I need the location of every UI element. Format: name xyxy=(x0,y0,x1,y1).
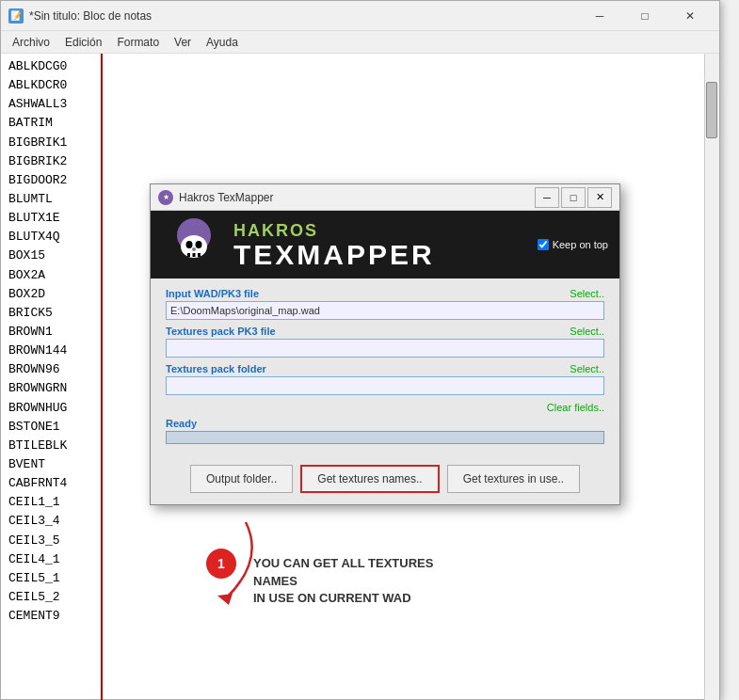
clear-fields-link[interactable]: Clear fields.. xyxy=(547,402,604,413)
dialog-header: HAKROS TEXMAPPER Keep on top xyxy=(151,211,619,278)
textures-pk3-row: Textures pack PK3 file Select.. xyxy=(166,326,604,358)
skull-logo xyxy=(166,216,222,273)
annotation-number: 1 xyxy=(217,556,225,571)
list-item: BIGDOOR2 xyxy=(8,171,93,190)
list-item: CEIL5_2 xyxy=(8,588,93,607)
list-item: BROWN144 xyxy=(8,342,93,360)
list-item: BROWNGRN xyxy=(8,379,93,398)
list-item: CEIL4_1 xyxy=(8,550,93,569)
status-row: Ready xyxy=(166,418,604,444)
notepad-content: ABLKDCG0ABLKDCR0ASHWALL3BATRIMBIGBRIK1BI… xyxy=(1,54,719,700)
list-item: CEMENT9 xyxy=(8,607,93,626)
close-button[interactable]: ✕ xyxy=(668,1,712,31)
svg-rect-6 xyxy=(193,253,196,257)
list-item: BLUMTL xyxy=(8,190,93,209)
list-item: BROWNHUG xyxy=(8,399,93,418)
svg-rect-7 xyxy=(198,253,201,257)
header-text: HAKROS TEXMAPPER xyxy=(233,221,435,269)
list-item: ABLKDCG0 xyxy=(8,57,93,76)
menu-formato[interactable]: Formato xyxy=(109,34,167,51)
keep-on-top-container: Keep on top xyxy=(538,239,608,250)
list-item: BATRIM xyxy=(8,114,93,133)
dialog-body: Input WAD/PK3 file Select.. Textures pac… xyxy=(151,278,619,457)
dialog-minimize-button[interactable]: ─ xyxy=(535,187,559,208)
status-bar xyxy=(166,431,604,444)
header-hakros-label: HAKROS xyxy=(233,221,435,241)
svg-point-3 xyxy=(196,241,202,248)
list-item: BLUTX4Q xyxy=(8,228,93,247)
textures-folder-field[interactable] xyxy=(166,376,604,395)
notepad-menubar: Archivo Edición Formato Ver Ayuda xyxy=(1,31,719,54)
notepad-titlebar: 📝 *Sin titulo: Bloc de notas ─ □ ✕ xyxy=(1,1,719,31)
menu-ver[interactable]: Ver xyxy=(167,34,199,51)
notepad-icon: 📝 xyxy=(8,8,24,24)
texmapper-dialog: ★ Hakros TexMapper ─ □ ✕ xyxy=(150,183,620,505)
menu-ayuda[interactable]: Ayuda xyxy=(199,34,246,51)
list-item: CEIL1_1 xyxy=(8,493,93,512)
input-wad-field[interactable] xyxy=(166,301,604,320)
status-label: Ready xyxy=(166,418,604,429)
menu-archivo[interactable]: Archivo xyxy=(5,34,57,51)
texmapper-icon: ★ xyxy=(158,190,173,205)
dialog-buttons: Output folder.. Get textures names.. Get… xyxy=(151,457,619,504)
svg-marker-8 xyxy=(217,594,233,605)
annotation-text: YOU CAN GET ALL TEXTURES NAMES IN USE ON… xyxy=(253,555,479,607)
svg-rect-5 xyxy=(187,253,190,257)
list-item: BOX2A xyxy=(8,266,93,285)
list-item: CEIL3_4 xyxy=(8,512,93,531)
list-item: BROWN96 xyxy=(8,360,93,379)
dialog-title: Hakros TexMapper xyxy=(179,191,535,204)
scrollbar[interactable] xyxy=(704,54,719,700)
list-item: CEIL5_1 xyxy=(8,569,93,588)
list-item: BIGBRIK2 xyxy=(8,152,93,171)
textures-folder-label: Textures pack folder xyxy=(166,363,266,374)
input-wad-row: Input WAD/PK3 file Select.. xyxy=(166,288,604,320)
scrollbar-thumb[interactable] xyxy=(706,82,717,138)
list-item: BIGBRIK1 xyxy=(8,134,93,152)
get-textures-names-button[interactable]: Get textures names.. xyxy=(300,465,439,493)
notepad-window: 📝 *Sin titulo: Bloc de notas ─ □ ✕ Archi… xyxy=(0,0,720,700)
input-wad-label: Input WAD/PK3 file xyxy=(166,288,259,299)
input-wad-select-link[interactable]: Select.. xyxy=(570,288,604,299)
list-item: BRICK5 xyxy=(8,304,93,323)
textures-pk3-label-row: Textures pack PK3 file Select.. xyxy=(166,326,604,337)
annotation-line1: YOU CAN GET ALL TEXTURES NAMES xyxy=(253,556,433,587)
clear-fields-row: Clear fields.. xyxy=(166,401,604,414)
header-texmapper-label: TEXMAPPER xyxy=(233,241,435,269)
list-item: BOX2D xyxy=(8,285,93,304)
svg-point-2 xyxy=(186,241,193,248)
text-list: ABLKDCG0ABLKDCR0ASHWALL3BATRIMBIGBRIK1BI… xyxy=(1,54,103,700)
keep-on-top-checkbox[interactable] xyxy=(538,239,549,250)
list-item: BLUTX1E xyxy=(8,209,93,228)
input-wad-label-row: Input WAD/PK3 file Select.. xyxy=(166,288,604,299)
list-item: CABFRNT4 xyxy=(8,474,93,493)
list-item: BVENT xyxy=(8,455,93,474)
list-item: BROWN1 xyxy=(8,323,93,342)
dialog-titlebar: ★ Hakros TexMapper ─ □ ✕ xyxy=(151,184,619,211)
dialog-close-button[interactable]: ✕ xyxy=(587,187,612,208)
textures-folder-label-row: Textures pack folder Select.. xyxy=(166,363,604,374)
menu-edicion[interactable]: Edición xyxy=(57,34,109,51)
list-item: CEIL3_5 xyxy=(8,532,93,550)
list-item: BTILEBLK xyxy=(8,437,93,455)
list-item: BOX15 xyxy=(8,247,93,265)
textures-pk3-select-link[interactable]: Select.. xyxy=(570,326,604,337)
maximize-button[interactable]: □ xyxy=(623,1,667,31)
annotation-line2: IN USE ON CURRENT WAD xyxy=(253,591,411,605)
textures-folder-row: Textures pack folder Select.. xyxy=(166,363,604,395)
annotation-circle: 1 xyxy=(206,549,236,579)
svg-point-4 xyxy=(192,247,196,251)
textures-pk3-field[interactable] xyxy=(166,339,604,358)
notepad-title: *Sin titulo: Bloc de notas xyxy=(29,9,578,23)
list-item: ASHWALL3 xyxy=(8,95,93,114)
textures-folder-select-link[interactable]: Select.. xyxy=(570,363,604,374)
keep-on-top-label: Keep on top xyxy=(553,239,608,250)
dialog-maximize-button[interactable]: □ xyxy=(561,187,586,208)
dialog-controls: ─ □ ✕ xyxy=(535,187,612,208)
textures-pk3-label: Textures pack PK3 file xyxy=(166,326,276,337)
output-folder-button[interactable]: Output folder.. xyxy=(190,465,293,493)
titlebar-controls: ─ □ ✕ xyxy=(578,1,712,31)
list-item: BSTONE1 xyxy=(8,418,93,437)
get-textures-in-use-button[interactable]: Get textures in use.. xyxy=(447,465,580,493)
minimize-button[interactable]: ─ xyxy=(578,1,621,31)
